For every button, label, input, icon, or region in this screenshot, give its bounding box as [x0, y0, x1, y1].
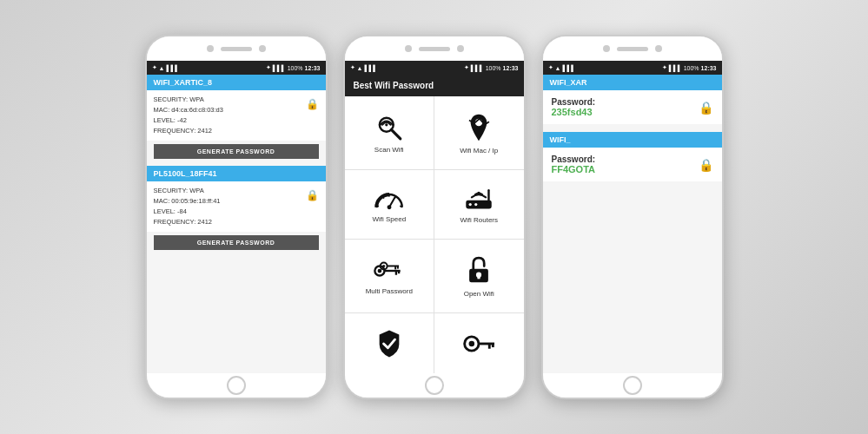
svg-point-10 [387, 206, 391, 210]
wifi-ssid-1: WIFI_XARTIC_8 [147, 75, 326, 90]
svg-line-1 [391, 129, 400, 138]
pw-body-2: Password: FF4GOTA 🔒 [543, 148, 722, 181]
menu-wifi-mac[interactable]: Wifi Mac / Ip [434, 96, 524, 169]
bars-icon-1: ▌▌▌ [166, 65, 179, 71]
wifi-freq-2: FREQUENCY: 2412 [154, 217, 221, 227]
pw-item-1: WIFI_XAR Password: 235fsd43 🔒 [543, 75, 722, 124]
menu-open-wifi[interactable]: Open Wifi [434, 240, 524, 312]
pw-lock-1: 🔒 [699, 101, 713, 115]
open-lock-icon [467, 256, 491, 286]
bars-icon-2: ▌▌▌ [364, 65, 377, 71]
battery-icon-3: 100% [684, 65, 699, 71]
generate-btn-1[interactable]: GENERATE PASSWORD [154, 144, 319, 159]
phone-3: ✦ ▲ ▌▌▌ ✦ ▌▌▌ 100% 12:33 WIFI_XAR Passwo… [541, 35, 724, 399]
phone-top-3 [543, 36, 722, 61]
menu-key[interactable] [434, 313, 524, 374]
bt-icon-1: ✦ [266, 64, 271, 71]
wifi-details-1: SECURITY: WPA MAC: d4:ca:6d:c8:03:d3 LEV… [147, 90, 326, 141]
battery-icon-2: 100% [486, 65, 501, 71]
wifi-item-1: WIFI_XARTIC_8 SECURITY: WPA MAC: d4:ca:6… [147, 75, 326, 166]
phone-bottom-1 [147, 373, 326, 398]
time-1: 12:33 [305, 65, 321, 71]
pw-label-2: Password: [552, 155, 596, 164]
status-left-2: ✦ ▲ ▌▌▌ [350, 64, 378, 71]
menu-multi-password[interactable]: Multi Password [345, 240, 434, 312]
pw-value-2: FF4GOTA [552, 164, 596, 174]
svg-point-17 [377, 268, 381, 273]
menu-grid: Scan Wifi Wifi Mac / Ip [345, 96, 524, 373]
menu-multi-password-label: Multi Password [366, 287, 413, 295]
menu-wifi-routers-label: Wifi Routers [460, 216, 498, 224]
speaker-1 [221, 47, 252, 51]
menu-wifi-mac-label: Wifi Mac / Ip [460, 147, 498, 155]
camera-2 [405, 45, 412, 52]
svg-point-12 [469, 203, 472, 206]
bt-icon-2: ✦ [464, 64, 469, 71]
signal-icon-3: ✦ [548, 64, 553, 71]
wifi-mac-2: MAC: 00:05:9e:18:ff:41 [154, 196, 221, 207]
phone-top-2 [345, 36, 524, 61]
battery-icon-1: 100% [288, 65, 303, 71]
app-title: Best Wifi Password [345, 75, 524, 96]
status-left-3: ✦ ▲ ▌▌▌ [548, 64, 576, 71]
lock-icon-2: 🔒 [306, 189, 319, 201]
pw-item-2: WIFI_ Password: FF4GOTA 🔒 [543, 132, 722, 181]
screen-1: WIFI_XARTIC_8 SECURITY: WPA MAC: d4:ca:6… [147, 75, 326, 373]
wifi-icon-2: ▲ [357, 65, 363, 71]
svg-point-22 [382, 265, 385, 267]
time-3: 12:33 [701, 65, 717, 71]
svg-rect-28 [478, 274, 480, 279]
phone-2: ✦ ▲ ▌▌▌ ✦ ▌▌▌ 100% 12:33 Best Wifi Passw… [343, 35, 526, 399]
speaker-2 [419, 47, 450, 51]
wifi-level-2: LEVEL: -84 [154, 207, 221, 217]
pw-ssid-1: WIFI_XAR [543, 75, 722, 90]
wifi-mac-1: MAC: d4:ca:6d:c8:03:d3 [154, 105, 223, 115]
home-button-3[interactable] [623, 376, 642, 395]
separator-3 [543, 125, 722, 132]
menu-wifi-speed-label: Wifi Speed [372, 215, 406, 223]
menu-open-wifi-label: Open Wifi [464, 290, 494, 298]
bars-icon-3: ▌▌▌ [562, 65, 575, 71]
status-right-3: ✦ ▌▌▌ 100% 12:33 [662, 64, 717, 71]
status-bar-2: ✦ ▲ ▌▌▌ ✦ ▌▌▌ 100% 12:33 [345, 61, 524, 75]
key-icon [463, 332, 494, 356]
check-shield-icon [376, 329, 402, 358]
home-button-2[interactable] [425, 376, 444, 395]
wifi-icon-3: ▲ [555, 65, 561, 71]
home-button-1[interactable] [227, 376, 246, 395]
phone-1: ✦ ▲ ▌▌▌ ✦ ▌▌▌ 100% 12:33 WIFI_XARTIC_8 S… [145, 35, 328, 399]
wifi-scan-icon [375, 114, 403, 141]
pw-content-1: Password: 235fsd43 [552, 97, 596, 117]
status-bar-3: ✦ ▲ ▌▌▌ ✦ ▌▌▌ 100% 12:33 [543, 61, 722, 75]
speaker-3 [617, 47, 648, 51]
signal-icon-1: ✦ [152, 64, 157, 71]
pw-lock-2: 🔒 [699, 158, 713, 172]
screen-2: Best Wifi Password Scan Wifi [345, 75, 524, 373]
svg-line-7 [382, 197, 383, 199]
router-icon [463, 186, 494, 212]
status-left-1: ✦ ▲ ▌▌▌ [152, 64, 180, 71]
wifi-security-1: SECURITY: WPA [154, 95, 223, 105]
pw-ssid-2: WIFI_ [543, 132, 722, 148]
wifi-ssid-2: PL5100L_18FF41 [147, 166, 326, 181]
keys-icon [373, 259, 406, 283]
menu-check-shield[interactable] [345, 313, 434, 374]
svg-point-30 [469, 341, 475, 347]
wifi-security-2: SECURITY: WPA [154, 186, 221, 196]
wifi-freq-1: FREQUENCY: 2412 [154, 126, 223, 136]
menu-scan-wifi-label: Scan Wifi [374, 146, 404, 154]
menu-scan-wifi[interactable]: Scan Wifi [345, 96, 434, 169]
map-pin-icon [467, 113, 491, 142]
menu-wifi-speed[interactable]: Wifi Speed [345, 170, 434, 240]
lock-icon-1: 🔒 [306, 98, 319, 110]
pw-value-1: 235fsd43 [552, 107, 596, 117]
svg-point-13 [474, 203, 477, 206]
camera-1b [259, 45, 266, 52]
wifi-level-1: LEVEL: -42 [154, 115, 223, 126]
camera-1 [207, 45, 214, 52]
menu-wifi-routers[interactable]: Wifi Routers [434, 170, 524, 240]
signal2-icon-3: ▌▌▌ [669, 65, 682, 71]
status-right-1: ✦ ▌▌▌ 100% 12:33 [266, 64, 321, 71]
generate-btn-2[interactable]: GENERATE PASSWORD [154, 235, 319, 250]
wifi-details-2: SECURITY: WPA MAC: 00:05:9e:18:ff:41 LEV… [147, 181, 326, 232]
